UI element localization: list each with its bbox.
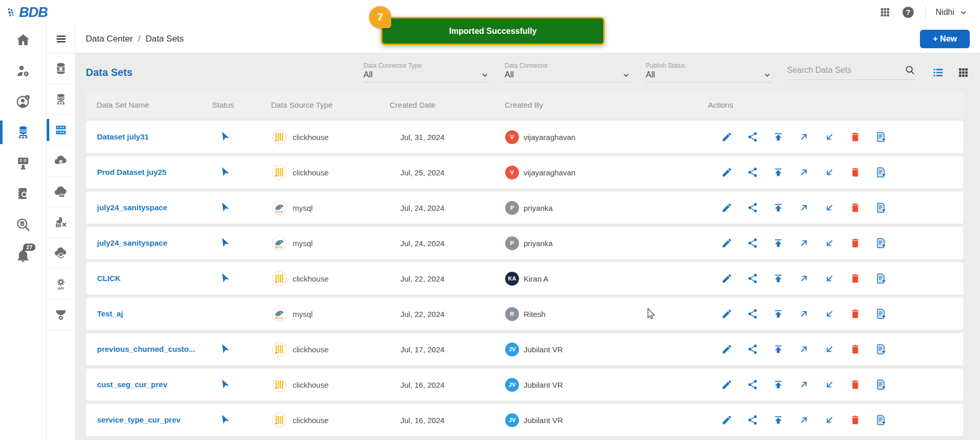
publish-icon[interactable]: [773, 344, 784, 355]
grid-view-toggle[interactable]: [957, 66, 970, 79]
publish-icon[interactable]: [773, 414, 784, 426]
sidebar-item-home[interactable]: [0, 25, 46, 55]
sidebar-item-data-connectors[interactable]: [47, 84, 75, 115]
share-icon[interactable]: [747, 308, 758, 319]
dataset-name-link[interactable]: Dataset july31: [97, 132, 149, 141]
dataset-name-link[interactable]: cust_seg_cur_prev: [97, 380, 167, 389]
edit-icon[interactable]: [721, 414, 733, 426]
breadcrumb-data-sets[interactable]: Data Sets: [145, 34, 184, 44]
publish-icon[interactable]: [773, 131, 784, 143]
edit-icon[interactable]: [721, 379, 733, 390]
dataset-name-link[interactable]: service_type_cur_prev: [97, 415, 181, 424]
pull-icon[interactable]: [824, 273, 835, 284]
new-button[interactable]: + New: [920, 30, 970, 48]
share-icon[interactable]: [747, 414, 758, 426]
search-input[interactable]: [787, 66, 905, 75]
sidebar-item-data-stores[interactable]: [47, 146, 75, 176]
push-icon[interactable]: [798, 414, 810, 426]
data-connector-type-select[interactable]: Data Connector Type All: [363, 62, 489, 83]
list-view-toggle[interactable]: [932, 66, 945, 79]
pull-icon[interactable]: [824, 131, 835, 143]
sidebar-item-data-sandbox[interactable]: [47, 238, 75, 269]
share-icon[interactable]: [747, 237, 758, 249]
delete-icon[interactable]: [850, 167, 861, 178]
delete-icon[interactable]: [850, 308, 861, 319]
delete-icon[interactable]: [850, 344, 861, 355]
push-icon[interactable]: [798, 273, 810, 284]
data-prep-icon[interactable]: [875, 379, 887, 390]
data-prep-icon[interactable]: [875, 344, 887, 355]
sidebar-item-data-catalog[interactable]: [0, 178, 46, 209]
user-menu[interactable]: Nidhi: [936, 8, 968, 17]
dataset-name-link[interactable]: Test_aj: [97, 309, 123, 318]
hamburger-menu-button[interactable]: [47, 25, 75, 53]
sidebar-item-data-center-home[interactable]: [47, 53, 75, 84]
dataset-name-link[interactable]: CLICK: [97, 274, 121, 283]
bdb-logo[interactable]: BDB: [7, 5, 48, 21]
sidebar-item-data-science-lab[interactable]: [0, 148, 46, 178]
edit-icon[interactable]: [721, 308, 733, 319]
search-icon[interactable]: [905, 65, 915, 75]
publish-icon[interactable]: [773, 237, 784, 249]
edit-icon[interactable]: [721, 131, 733, 143]
dataset-name-link[interactable]: Prod Dataset juy25: [97, 168, 166, 176]
data-prep-icon[interactable]: [875, 131, 887, 143]
share-icon[interactable]: [747, 344, 758, 355]
publish-icon[interactable]: [773, 379, 784, 390]
delete-icon[interactable]: [850, 131, 861, 143]
pull-icon[interactable]: [824, 344, 835, 355]
edit-icon[interactable]: [721, 167, 733, 178]
data-prep-icon[interactable]: [875, 414, 887, 426]
push-icon[interactable]: [798, 379, 810, 390]
share-icon[interactable]: [747, 379, 758, 390]
pull-icon[interactable]: [824, 237, 835, 249]
share-icon[interactable]: [747, 167, 758, 178]
publish-icon[interactable]: [773, 308, 784, 319]
dataset-name-link[interactable]: july24_sanityspace: [97, 203, 167, 212]
push-icon[interactable]: [798, 202, 810, 213]
publish-icon[interactable]: [773, 202, 784, 213]
share-icon[interactable]: [747, 273, 758, 284]
push-icon[interactable]: [798, 308, 810, 319]
sidebar-item-notifications[interactable]: 27: [0, 240, 46, 271]
push-icon[interactable]: [798, 344, 810, 355]
help-icon[interactable]: [901, 6, 915, 19]
data-connector-select[interactable]: Data Connector All: [505, 62, 630, 83]
sidebar-item-api-services[interactable]: [47, 269, 75, 299]
push-icon[interactable]: [798, 131, 810, 143]
breadcrumb-data-center[interactable]: Data Center: [86, 34, 133, 44]
publish-status-select[interactable]: Publish Status All: [646, 62, 772, 83]
sidebar-item-data-pipeline[interactable]: [47, 299, 75, 330]
share-icon[interactable]: [747, 202, 758, 213]
push-icon[interactable]: [798, 237, 810, 249]
delete-icon[interactable]: [850, 273, 861, 284]
pull-icon[interactable]: [824, 202, 835, 213]
sidebar-item-data-store-metadata[interactable]: [47, 176, 75, 207]
share-icon[interactable]: [747, 131, 758, 143]
sidebar-item-data-preparation[interactable]: [47, 207, 75, 238]
sidebar-item-user-management[interactable]: [0, 55, 46, 86]
push-icon[interactable]: [798, 167, 810, 178]
sidebar-item-data-center[interactable]: [0, 117, 46, 148]
data-prep-icon[interactable]: [875, 202, 887, 213]
edit-icon[interactable]: [721, 344, 733, 355]
sidebar-item-data-sets[interactable]: [47, 115, 75, 146]
publish-icon[interactable]: [773, 273, 784, 284]
delete-icon[interactable]: [850, 414, 861, 426]
delete-icon[interactable]: [850, 202, 861, 213]
edit-icon[interactable]: [721, 237, 733, 249]
apps-grid-icon[interactable]: [879, 6, 891, 18]
data-prep-icon[interactable]: [875, 237, 887, 249]
delete-icon[interactable]: [850, 237, 861, 249]
pull-icon[interactable]: [824, 414, 835, 426]
delete-icon[interactable]: [850, 379, 861, 390]
edit-icon[interactable]: [721, 273, 733, 284]
pull-icon[interactable]: [824, 379, 835, 390]
data-prep-icon[interactable]: [875, 167, 887, 178]
data-prep-icon[interactable]: [875, 308, 887, 319]
sidebar-item-search[interactable]: [0, 209, 46, 240]
data-prep-icon[interactable]: [875, 273, 887, 284]
dataset-name-link[interactable]: july24_sanityspace: [97, 238, 167, 247]
sidebar-item-my-account[interactable]: [0, 86, 46, 117]
pull-icon[interactable]: [824, 167, 835, 178]
